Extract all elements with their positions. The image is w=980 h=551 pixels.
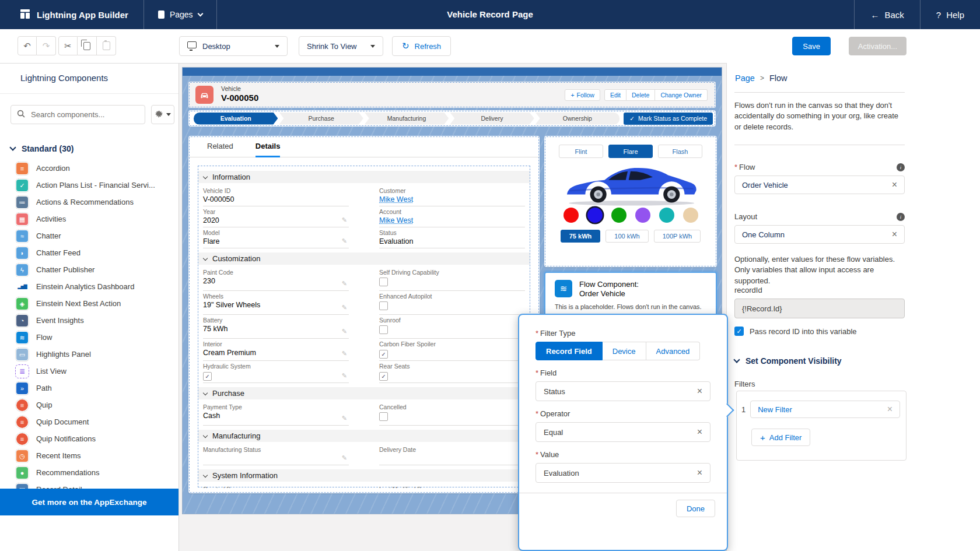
component-item-einstein-analytics-dashboard[interactable]: ▂▅▇Einstein Analytics Dashboard <box>0 278 178 295</box>
filter-type-advanced[interactable]: Advanced <box>646 342 701 360</box>
field-checkbox[interactable]: ✓ <box>379 350 388 359</box>
tab-details[interactable]: Details <box>256 142 281 157</box>
edit-pencil-icon[interactable]: ✎ <box>342 415 347 422</box>
layout-combobox[interactable]: One Column × <box>734 225 905 244</box>
view-mode-selector[interactable]: Shrink To View <box>299 36 383 56</box>
component-item-accordion[interactable]: ≡Accordion <box>0 160 178 177</box>
edit-pencil-icon[interactable]: ✎ <box>342 350 347 357</box>
mark-status-complete-button[interactable]: ✓ Mark Status as Complete <box>624 113 713 125</box>
edit-pencil-icon[interactable]: ✎ <box>342 328 347 335</box>
refresh-button[interactable]: ↻ Refresh <box>392 36 451 56</box>
section-header-manufacturing[interactable]: Manufacturing <box>198 430 530 442</box>
pages-menu-button[interactable]: Pages <box>144 0 217 29</box>
battery-option-75-kwh[interactable]: 75 kWh <box>561 230 601 243</box>
component-item-actions-recommendations[interactable]: ≔Actions & Recommendations <box>0 194 178 210</box>
clear-icon[interactable]: × <box>892 180 897 189</box>
activation-button[interactable]: Activation... <box>849 37 907 55</box>
standard-section-toggle[interactable]: Standard (30) <box>10 144 74 153</box>
component-item-quip-notifications[interactable]: ≡Quip Notifications <box>0 430 178 447</box>
breadcrumb-page[interactable]: Page <box>735 73 755 83</box>
section-header-system-information[interactable]: System Information <box>198 469 530 482</box>
field-combobox[interactable]: Status × <box>536 381 710 401</box>
color-swatch-4[interactable] <box>659 208 674 223</box>
undo-button[interactable]: ↶ <box>18 36 37 55</box>
component-item-activities[interactable]: ▦Activities <box>0 210 178 227</box>
path-stage-purchase[interactable]: Purchase <box>279 113 363 125</box>
color-swatch-3[interactable] <box>635 208 650 223</box>
clear-icon[interactable]: × <box>697 427 702 437</box>
record-action-delete[interactable]: Delete <box>626 89 655 101</box>
record-action-change-owner[interactable]: Change Owner <box>655 89 708 101</box>
field-value-link[interactable]: Mike West <box>379 195 525 204</box>
component-item-list-view[interactable]: ≣List View <box>0 363 178 380</box>
recordid-field[interactable]: {!Record.Id} <box>734 299 905 318</box>
component-item-chatter-feed[interactable]: ◗Chatter Feed <box>0 244 178 261</box>
paste-button[interactable] <box>97 36 116 55</box>
battery-option-100-kwh[interactable]: 100 kWh <box>606 230 648 243</box>
add-filter-button[interactable]: + Add Filter <box>751 429 810 446</box>
component-item-quip[interactable]: ≡Quip <box>0 396 178 413</box>
component-item-highlights-panel[interactable]: ▭Highlights Panel <box>0 346 178 363</box>
component-item-quip-document[interactable]: ≡Quip Document <box>0 413 178 430</box>
redo-button[interactable]: ↷ <box>37 36 56 55</box>
done-button[interactable]: Done <box>676 500 715 517</box>
component-item-einstein-next-best-action[interactable]: ◈Einstein Next Best Action <box>0 295 178 312</box>
cut-button[interactable]: ✂ <box>58 36 78 55</box>
battery-option-100p-kwh[interactable]: 100P kWh <box>654 230 701 243</box>
help-button[interactable]: ? Help <box>920 0 980 29</box>
tab-related[interactable]: Related <box>207 142 233 157</box>
follow-button[interactable]: + Follow <box>565 89 600 101</box>
filter-type-record-field[interactable]: Record Field <box>536 342 603 360</box>
section-header-purchase[interactable]: Purchase <box>198 387 530 399</box>
clear-icon[interactable]: × <box>892 230 897 239</box>
edit-pencil-icon[interactable]: ✎ <box>342 216 347 224</box>
variant-tab-flash[interactable]: Flash <box>658 145 702 158</box>
field-checkbox[interactable] <box>379 278 388 286</box>
record-detail-component[interactable]: Related Details InformationVehicle IDV-0… <box>188 136 540 493</box>
edit-pencil-icon[interactable]: ✎ <box>342 454 347 462</box>
component-item-flow[interactable]: ≋Flow <box>0 329 178 346</box>
edit-pencil-icon[interactable]: ✎ <box>342 372 347 380</box>
color-swatch-2[interactable] <box>611 208 626 223</box>
variant-tab-flint[interactable]: Flint <box>559 145 603 158</box>
path-stage-ownership[interactable]: Ownership <box>536 113 620 125</box>
component-item-action-plans-list-financial-servi[interactable]: ✓Action Plans List - Financial Servi... <box>0 177 178 194</box>
value-combobox[interactable]: Evaluation × <box>536 463 710 483</box>
edit-pencil-icon[interactable]: ✎ <box>342 280 347 287</box>
path-stage-evaluation[interactable]: Evaluation <box>194 113 278 125</box>
field-checkbox[interactable] <box>379 325 388 334</box>
settings-menu-button[interactable] <box>151 105 174 124</box>
section-header-information[interactable]: Information <box>198 171 530 183</box>
filter-type-device[interactable]: Device <box>603 342 646 360</box>
field-value-link[interactable]: Mike West <box>379 216 525 225</box>
component-item-path[interactable]: »Path <box>0 380 178 396</box>
component-item-chatter-publisher[interactable]: ϟChatter Publisher <box>0 261 178 278</box>
search-input[interactable] <box>30 110 139 120</box>
component-item-recent-items[interactable]: ◷Recent Items <box>0 447 178 464</box>
component-item-chatter[interactable]: ≈Chatter <box>0 227 178 244</box>
copy-button[interactable] <box>78 36 97 55</box>
field-checkbox[interactable] <box>379 412 388 421</box>
flow-combobox[interactable]: Order Vehicle × <box>734 176 905 194</box>
section-header-customization[interactable]: Customization <box>198 252 530 265</box>
clear-icon[interactable]: × <box>697 468 702 478</box>
info-icon[interactable]: i <box>897 213 905 221</box>
field-checkbox[interactable]: ✓ <box>203 372 212 381</box>
operator-combobox[interactable]: Equal × <box>536 422 710 442</box>
highlights-panel-component[interactable]: Vehicle V-000050 + Follow EditDeleteChan… <box>188 82 716 108</box>
remove-filter-icon[interactable]: × <box>887 405 892 414</box>
checkbox-checked[interactable]: ✓ <box>734 327 744 336</box>
info-icon[interactable]: i <box>897 163 905 171</box>
path-stage-delivery[interactable]: Delivery <box>450 113 534 125</box>
back-button[interactable]: ← Back <box>854 0 919 29</box>
device-selector[interactable]: Desktop <box>179 36 288 56</box>
record-action-edit[interactable]: Edit <box>604 89 626 101</box>
color-swatch-5[interactable] <box>683 208 698 223</box>
color-swatch-0[interactable] <box>564 208 579 223</box>
edit-pencil-icon[interactable]: ✎ <box>342 304 347 311</box>
save-button[interactable]: Save <box>792 37 831 55</box>
appexchange-link[interactable]: Get more on the AppExchange <box>0 489 178 515</box>
path-stage-manufacturing[interactable]: Manufacturing <box>365 113 449 125</box>
component-item-recommendations[interactable]: ●Recommendations <box>0 464 178 481</box>
component-visibility-toggle[interactable]: Set Component Visibility <box>734 356 842 366</box>
